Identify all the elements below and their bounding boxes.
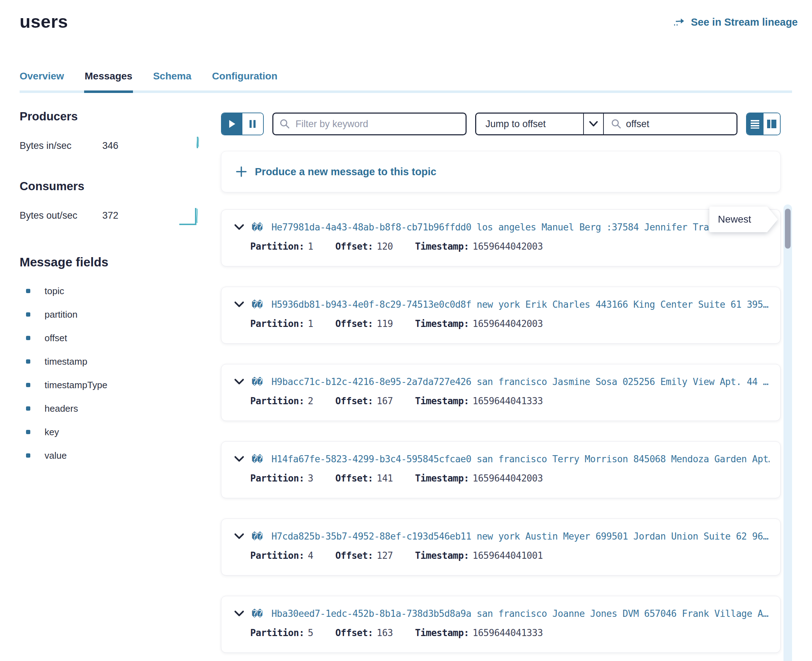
play-icon (228, 119, 236, 129)
field-label: timestampType (45, 380, 107, 391)
message-meta-line: Partition:1 Offset:119 Timestamp:1659644… (250, 318, 770, 329)
stream-lineage-link[interactable]: See in Stream lineage (673, 16, 798, 28)
partition-value: 5 (308, 627, 313, 638)
column-view-icon (766, 118, 777, 129)
chevron-down-icon (589, 121, 598, 127)
timestamp-value: 1659644042003 (472, 318, 543, 329)
message-summary: Hba30eed7-1edc-452b-8b1a-738d3b5d8a9a sa… (271, 608, 768, 619)
newest-tooltip: Newest (709, 206, 778, 232)
message-meta-line: Partition:4 Offset:127 Timestamp:1659644… (250, 550, 770, 561)
field-label: headers (45, 403, 78, 414)
partition-value: 1 (308, 241, 313, 252)
bytes-out-label: Bytes out/sec (19, 210, 102, 221)
play-button[interactable] (222, 113, 242, 135)
partition-label: Partition: (250, 473, 304, 484)
tab-configuration[interactable]: Configuration (212, 70, 278, 82)
field-bullet-icon (26, 312, 30, 317)
field-label: timestamp (45, 356, 87, 367)
field-bullet-icon (26, 383, 30, 387)
field-label: value (45, 450, 67, 461)
plus-icon (235, 166, 247, 177)
timestamp-value: 1659644041333 (472, 396, 543, 406)
partition-label: Partition: (250, 318, 304, 329)
offset-search-input[interactable] (604, 113, 737, 134)
view-mode-toggle (746, 113, 781, 135)
timestamp-label: Timestamp: (415, 473, 469, 484)
message-meta-line: Partition:2 Offset:167 Timestamp:1659644… (250, 396, 770, 406)
timestamp-label: Timestamp: (415, 627, 469, 638)
timestamp-value: 1659644041333 (472, 627, 543, 638)
jump-select-chevron[interactable] (583, 113, 603, 134)
message-field-partition[interactable]: partition (19, 303, 201, 326)
message-list: �� He77981da-4a43-48ab-b8f8-cb71b96ffdd0… (221, 209, 781, 653)
bytes-in-value: 346 (102, 141, 179, 152)
field-bullet-icon (26, 359, 30, 364)
message-row[interactable]: �� H7cda825b-35b7-4952-88ef-c193d546eb11… (221, 519, 781, 576)
message-row[interactable]: �� He77981da-4a43-48ab-b8f8-cb71b96ffdd0… (221, 209, 781, 267)
message-field-headers[interactable]: headers (19, 397, 201, 420)
offset-value: 163 (377, 627, 393, 638)
message-row[interactable]: �� Hba30eed7-1edc-452b-8b1a-738d3b5d8a9a… (221, 596, 781, 653)
message-field-key[interactable]: key (19, 420, 201, 444)
producers-heading: Producers (19, 110, 201, 123)
message-summary: H5936db81-b943-4e0f-8c29-74513e0c0d8f ne… (271, 299, 768, 310)
jump-to-offset-group: Jump to offset (475, 113, 737, 135)
partition-label: Partition: (250, 550, 304, 561)
offset-label: Offset: (335, 241, 373, 252)
field-label: offset (45, 333, 67, 344)
message-summary-line: �� H5936db81-b943-4e0f-8c29-74513e0c0d8f… (234, 299, 770, 310)
message-row[interactable]: �� H14fa67fe-5823-4299-b3c4-595845cfcae0… (221, 441, 781, 498)
message-summary: H9bacc71c-b12c-4216-8e95-2a7da727e426 sa… (271, 377, 768, 387)
message-row[interactable]: �� H5936db81-b943-4e0f-8c29-74513e0c0d8f… (221, 287, 781, 344)
partition-value: 3 (308, 473, 313, 484)
expand-chevron-icon[interactable] (234, 301, 245, 308)
newest-tooltip-shape: Newest (709, 206, 778, 232)
expand-chevron-icon[interactable] (234, 610, 245, 617)
tab-messages[interactable]: Messages (85, 70, 133, 82)
message-field-timestamp[interactable]: timestamp (19, 350, 201, 373)
scrollbar-track[interactable] (783, 204, 792, 661)
column-view-button[interactable] (764, 113, 780, 135)
bytes-in-sparkline (179, 134, 201, 157)
produce-message-button[interactable]: Produce a new message to this topic (221, 151, 781, 192)
field-label: topic (45, 286, 64, 297)
offset-label: Offset: (335, 550, 373, 561)
field-label: partition (45, 309, 78, 320)
message-field-offset[interactable]: offset (19, 326, 201, 350)
expand-chevron-icon[interactable] (234, 455, 245, 463)
bytes-out-value: 372 (102, 210, 179, 221)
partition-value: 4 (308, 550, 313, 561)
offset-label: Offset: (335, 627, 373, 638)
list-view-button[interactable] (747, 113, 764, 135)
offset-value: 167 (377, 396, 393, 406)
message-summary-line: �� He77981da-4a43-48ab-b8f8-cb71b96ffdd0… (234, 222, 770, 233)
bytes-in-label: Bytes in/sec (19, 141, 102, 152)
scrollbar-thumb[interactable] (785, 209, 791, 249)
offset-value: 141 (377, 473, 393, 484)
list-view-icon (750, 119, 760, 129)
message-summary-line: �� H7cda825b-35b7-4952-88ef-c193d546eb11… (234, 531, 770, 542)
message-field-timestampType[interactable]: timestampType (19, 373, 201, 397)
play-pause-toggle (221, 113, 264, 135)
jump-to-offset-select[interactable]: Jump to offset (476, 113, 583, 134)
expand-chevron-icon[interactable] (234, 224, 245, 231)
field-bullet-icon (26, 453, 30, 458)
tab-bar: Overview Messages Schema Configuration (19, 70, 792, 93)
expand-chevron-icon[interactable] (234, 533, 245, 540)
expand-chevron-icon[interactable] (234, 378, 245, 385)
filter-input[interactable] (272, 113, 467, 135)
message-row[interactable]: �� H9bacc71c-b12c-4216-8e95-2a7da727e426… (221, 364, 781, 421)
key-bytes-glyphs: �� (251, 377, 268, 387)
tab-overview[interactable]: Overview (19, 70, 64, 82)
message-meta-line: Partition:5 Offset:163 Timestamp:1659644… (250, 627, 770, 638)
key-bytes-glyphs: �� (251, 299, 268, 310)
pause-button[interactable] (242, 113, 263, 135)
message-field-value[interactable]: value (19, 444, 201, 467)
pause-icon (249, 119, 257, 129)
field-bullet-icon (26, 336, 30, 340)
lineage-arrow-icon (673, 18, 687, 27)
message-field-topic[interactable]: topic (19, 279, 201, 303)
sidebar: Producers Bytes in/sec 346 Consumers Byt… (19, 110, 201, 467)
consumers-metric-row: Bytes out/sec 372 (19, 204, 201, 227)
tab-schema[interactable]: Schema (153, 70, 191, 82)
